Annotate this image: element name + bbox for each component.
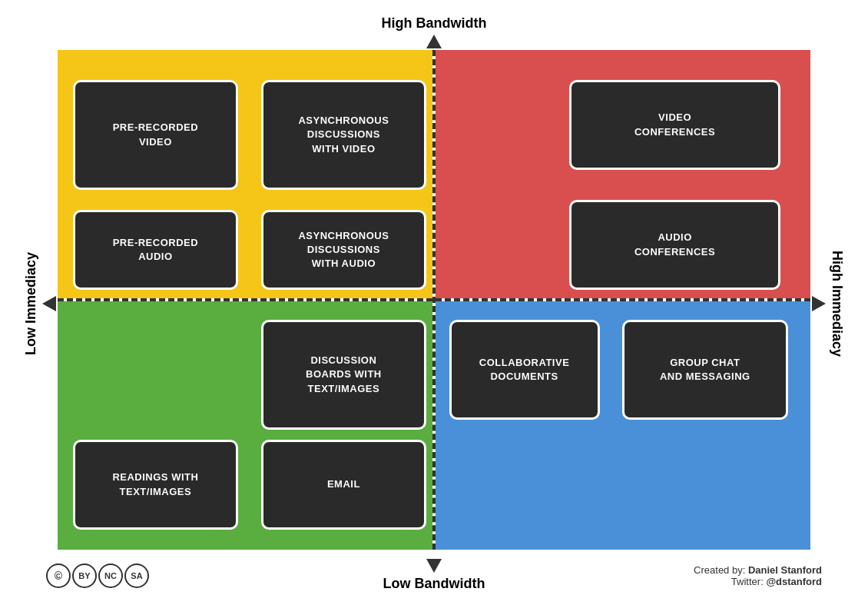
credit-label: Created by: [694,564,748,576]
credit-block: Created by: Daniel Stanford Twitter: @ds… [694,564,822,587]
cc-by-icon: BY [72,563,97,588]
axis-left-label: Low Immediacy [23,252,39,355]
collaborative-docs-card: COLLABORATIVE DOCUMENTS [449,320,600,420]
cc-nc-icon: NC [98,563,123,588]
audio-conferences-card: AUDIO CONFERENCES [569,200,780,290]
arrow-left-icon [42,296,56,311]
arrow-top-icon [426,35,442,48]
pre-recorded-audio-card: PRE-RECORDED AUDIO [73,210,239,290]
async-discussions-video-card: ASYNCHRONOUS DISCUSSIONS WITH VIDEO [261,80,427,190]
twitter-label: Twitter: [731,576,767,587]
axis-top-label: High Bandwidth [382,15,487,32]
axis-right-label: High Immediacy [829,251,845,357]
arrow-right-icon [812,296,826,311]
cc-license: © BY NC SA [46,563,149,588]
async-discussions-audio-card: ASYNCHRONOUS DISCUSSIONS WITH AUDIO [261,210,427,290]
email-card: EMAIL [261,440,427,530]
discussion-boards-card: DISCUSSION BOARDS WITH TEXT/IMAGES [261,320,427,430]
twitter-handle: @dstanford [766,576,822,587]
readings-card: READINGS WITH TEXT/IMAGES [73,440,239,530]
cc-icon: © [46,563,71,588]
video-conferences-card: VIDEO CONFERENCES [569,80,780,170]
author-name: Daniel Stanford [748,564,822,576]
pre-recorded-video-card: PRE-RECORDED VIDEO [73,80,239,190]
cc-sa-icon: SA [124,563,149,588]
group-chat-card: GROUP CHAT AND MESSAGING [622,320,788,420]
vertical-divider [432,50,436,550]
